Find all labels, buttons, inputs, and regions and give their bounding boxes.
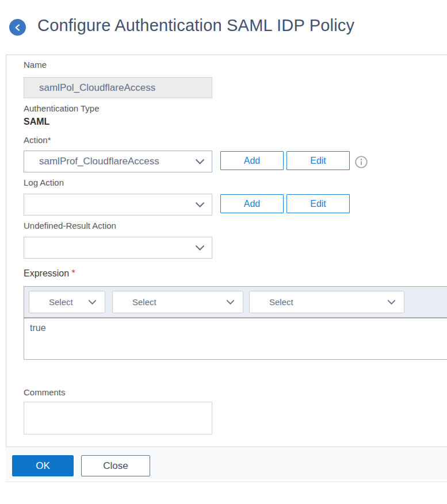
action-label: Action* [24, 135, 51, 145]
expression-label: Expression * [24, 268, 75, 279]
ok-button[interactable]: OK [12, 455, 74, 476]
expression-select-3-value: Select [250, 297, 387, 307]
auth-type-value: SAML [24, 117, 49, 127]
comments-label: Comments [24, 387, 66, 397]
log-action-edit-button[interactable]: Edit [286, 194, 350, 213]
page-title: Configure Authentication SAML IDP Policy [37, 16, 354, 35]
arrow-left-icon [13, 23, 22, 32]
form-footer: OK Close [6, 447, 447, 482]
chevron-down-icon [88, 299, 97, 305]
config-form-panel: Name Authentication Type SAML Action* sa… [6, 55, 447, 482]
page-header: Configure Authentication SAML IDP Policy [0, 0, 447, 55]
log-action-label: Log Action [24, 178, 64, 187]
chevron-down-icon [226, 299, 235, 305]
name-input[interactable] [24, 77, 212, 98]
action-edit-button[interactable]: Edit [286, 151, 350, 170]
chevron-down-icon [195, 159, 205, 165]
log-action-add-button[interactable]: Add [220, 194, 284, 213]
expression-editor[interactable]: true [24, 318, 447, 360]
required-marker: * [72, 268, 75, 278]
comments-input[interactable] [24, 402, 212, 434]
action-add-button[interactable]: Add [220, 151, 284, 170]
chevron-down-icon [387, 299, 396, 305]
expression-label-text: Expression [24, 268, 69, 278]
expression-toolbar: Select Select Select [24, 286, 447, 318]
auth-type-label: Authentication Type [24, 103, 99, 113]
back-button[interactable] [9, 19, 26, 36]
undefined-result-action-dropdown[interactable] [24, 237, 212, 259]
log-action-dropdown[interactable] [24, 194, 212, 216]
action-dropdown-value: samlProf_CloudflareAccess [24, 156, 195, 167]
chevron-down-icon [195, 245, 205, 251]
expression-select-2[interactable]: Select [112, 291, 243, 313]
expression-select-2-value: Select [113, 297, 226, 307]
close-button[interactable]: Close [81, 455, 150, 476]
info-icon[interactable] [355, 156, 368, 168]
name-label: Name [24, 60, 47, 70]
expression-select-1-value: Select [29, 297, 88, 307]
chevron-down-icon [195, 202, 205, 208]
undefined-result-action-label: Undefined-Result Action [24, 221, 116, 230]
action-dropdown[interactable]: samlProf_CloudflareAccess [24, 151, 212, 172]
expression-select-3[interactable]: Select [249, 291, 404, 313]
expression-select-1[interactable]: Select [29, 291, 105, 313]
